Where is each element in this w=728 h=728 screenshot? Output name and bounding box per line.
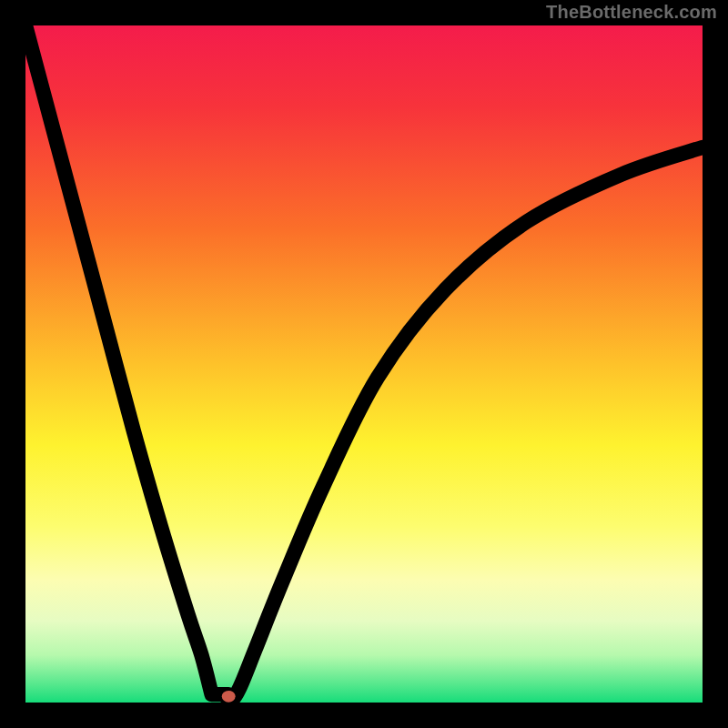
chart-frame: TheBottleneck.com [0,0,728,728]
plot-area [25,25,703,703]
chart-svg [25,25,703,703]
gradient-background [25,25,703,703]
watermark-text: TheBottleneck.com [546,2,717,23]
optimal-point-marker [222,691,236,703]
